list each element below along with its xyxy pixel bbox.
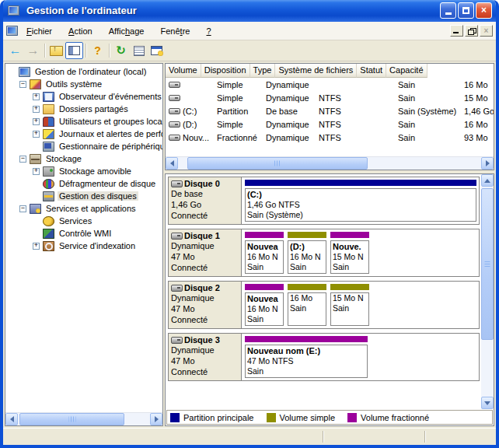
console-window-button[interactable] bbox=[148, 42, 166, 59]
tree-item[interactable]: Gestion des disques bbox=[7, 190, 162, 202]
scroll-left-button[interactable] bbox=[5, 413, 18, 425]
scroll-thumb[interactable] bbox=[187, 157, 368, 170]
tree-list: Gestion de l'ordinateur (local) Outils s… bbox=[5, 64, 162, 412]
scroll-thumb[interactable] bbox=[481, 188, 494, 340]
partition[interactable]: Nouve. 15 Mo N Sain bbox=[330, 231, 370, 275]
tree-item[interactable]: Services bbox=[7, 215, 162, 227]
partition[interactable]: Nouvea 16 Mo N Sain bbox=[244, 231, 284, 275]
tree-item[interactable]: Stockage bbox=[7, 152, 162, 165]
column-header[interactable]: Statut bbox=[357, 64, 386, 78]
partition[interactable]: Nouvea 16 Mo N Sain bbox=[244, 283, 284, 327]
volume-row[interactable]: Simple Dynamique NTFS Sain 15 Mo bbox=[166, 91, 494, 104]
close-button[interactable]: × bbox=[476, 2, 492, 19]
volume-row[interactable]: (D:) Simple Dynamique NTFS Sain 16 Mo bbox=[166, 117, 494, 131]
partition-color-bar bbox=[245, 336, 368, 342]
minimize-button[interactable] bbox=[440, 2, 456, 19]
tree-expander[interactable] bbox=[33, 168, 40, 175]
volume-row[interactable]: Simple Dynamique Sain 16 Mo bbox=[166, 78, 494, 91]
up-folder-button[interactable] bbox=[47, 42, 65, 59]
scroll-thumb[interactable] bbox=[19, 413, 124, 425]
menu-item[interactable]: Fenêtre bbox=[154, 24, 197, 38]
disk-pane-vertical-scrollbar[interactable] bbox=[481, 174, 494, 409]
volume-list-body: Simple Dynamique Sain 16 Mo Simple Dynam… bbox=[166, 78, 494, 156]
tree-expander[interactable] bbox=[33, 118, 40, 125]
refresh-icon: ↻ bbox=[116, 44, 126, 58]
tree-item[interactable]: Utilisateurs et groupes locaux bbox=[7, 115, 162, 128]
menu-item[interactable]: Affichage bbox=[102, 24, 152, 38]
refresh-button[interactable]: ↻ bbox=[112, 42, 130, 59]
partition[interactable]: (D:) 16 Mo N Sain bbox=[287, 231, 327, 275]
disk-row: Disque 3 Dynamique 47 Mo Connecté bbox=[168, 333, 480, 381]
tree-expander[interactable] bbox=[19, 81, 26, 88]
disk-header[interactable]: Disque 0 De base 1,46 Go Connecté bbox=[169, 177, 242, 224]
scroll-right-button[interactable] bbox=[150, 413, 162, 425]
tree-horizontal-scrollbar[interactable] bbox=[5, 412, 162, 425]
volume-list-horizontal-scrollbar[interactable] bbox=[166, 156, 494, 170]
menu-bar: Fichier Action Affichage Fenêtre ? × bbox=[3, 22, 496, 40]
tree-item-icon bbox=[43, 166, 54, 177]
tree-item[interactable]: Défragmenteur de disque bbox=[7, 177, 162, 190]
disk-icon bbox=[171, 233, 183, 240]
console-window-icon bbox=[151, 46, 162, 55]
tree-expander[interactable] bbox=[33, 106, 40, 113]
export-list-button[interactable] bbox=[130, 42, 148, 59]
legend: Partition principale Volume simple Volum… bbox=[166, 410, 493, 425]
volume-row[interactable]: Nouv... Fractionné Dynamique NTFS Sain 9… bbox=[166, 131, 494, 144]
maximize-button[interactable] bbox=[458, 2, 474, 19]
menu-item[interactable]: ? bbox=[199, 24, 218, 38]
disk-row: Disque 0 De base 1,46 Go Connecté bbox=[168, 177, 480, 225]
column-header[interactable]: Système de fichiers bbox=[275, 64, 357, 78]
tree-item[interactable]: Gestion de l'ordinateur (local) bbox=[7, 65, 162, 78]
legend-item: Volume fractionné bbox=[347, 413, 429, 422]
column-header[interactable]: Capacité bbox=[386, 64, 427, 78]
mdi-window-buttons: × bbox=[450, 25, 493, 37]
column-header[interactable]: Type bbox=[250, 64, 276, 78]
volume-icon bbox=[169, 82, 180, 88]
mdi-restore-button[interactable] bbox=[465, 25, 478, 37]
partition[interactable]: 15 Mo N Sain bbox=[330, 283, 370, 327]
tree-expander[interactable] bbox=[19, 156, 26, 163]
menu-item[interactable]: Action bbox=[61, 24, 99, 38]
tree-expander[interactable] bbox=[33, 131, 40, 138]
partition[interactable]: 16 Mo Sain bbox=[287, 283, 327, 327]
back-arrow-button[interactable]: ← bbox=[6, 42, 24, 59]
tree-item[interactable]: Outils système bbox=[7, 78, 162, 90]
help-button[interactable]: ? bbox=[89, 42, 106, 59]
tree-item[interactable]: Stockage amovible bbox=[7, 165, 162, 177]
menu-item[interactable]: Fichier bbox=[19, 24, 59, 38]
disk-partitions: Nouveau nom (E:) 47 Mo NTFS Sain bbox=[242, 334, 479, 380]
tree-item[interactable]: Service d'indexation bbox=[7, 240, 162, 252]
tree-item[interactable]: Dossiers partagés bbox=[7, 103, 162, 115]
partition-info: (C:) 1,46 Go NTFS Sain (Système) bbox=[245, 188, 476, 222]
tree-item[interactable]: Observateur d'événements bbox=[7, 90, 162, 103]
show-hide-tree-button[interactable] bbox=[65, 42, 83, 59]
disk-header[interactable]: Disque 1 Dynamique 47 Mo Connecté bbox=[169, 229, 242, 276]
partition-info: Nouvea 16 Mo N Sain bbox=[245, 240, 284, 274]
volume-list-header: Volume Disposition Type Système de fichi… bbox=[166, 64, 494, 78]
partition-color-bar bbox=[288, 284, 326, 290]
partition-info: 15 Mo N Sain bbox=[330, 292, 369, 326]
scroll-up-button[interactable] bbox=[481, 174, 494, 187]
partition[interactable]: (C:) 1,46 Go NTFS Sain (Système) bbox=[244, 179, 477, 222]
back-arrow-icon: ← bbox=[9, 44, 22, 58]
column-header[interactable]: Disposition bbox=[201, 64, 250, 78]
scroll-left-button[interactable] bbox=[166, 157, 178, 170]
disk-header[interactable]: Disque 3 Dynamique 47 Mo Connecté bbox=[169, 334, 242, 380]
mdi-minimize-button[interactable] bbox=[450, 25, 463, 37]
volume-row[interactable]: (C:) Partition De base NTFS Sain (Systèm… bbox=[166, 104, 494, 117]
status-separator bbox=[424, 431, 425, 443]
scroll-down-button[interactable] bbox=[481, 397, 494, 409]
partition[interactable]: Nouveau nom (E:) 47 Mo NTFS Sain bbox=[244, 335, 368, 379]
tree-expander[interactable] bbox=[19, 205, 26, 212]
column-header[interactable]: Volume bbox=[166, 64, 201, 78]
partition-info: Nouveau nom (E:) 47 Mo NTFS Sain bbox=[245, 345, 368, 378]
tree-item[interactable]: Journaux et alertes de performance bbox=[7, 128, 162, 140]
scroll-right-button[interactable] bbox=[481, 157, 494, 170]
tree-expander[interactable] bbox=[33, 243, 40, 250]
tree-item[interactable]: Gestionnaire de périphériques bbox=[7, 140, 162, 152]
forward-arrow-icon: → bbox=[27, 44, 40, 58]
tree-item[interactable]: Services et applications bbox=[7, 202, 162, 215]
disk-header[interactable]: Disque 2 Dynamique 47 Mo Connecté bbox=[169, 282, 242, 328]
tree-expander[interactable] bbox=[33, 93, 40, 100]
tree-item[interactable]: Contrôle WMI bbox=[7, 227, 162, 240]
